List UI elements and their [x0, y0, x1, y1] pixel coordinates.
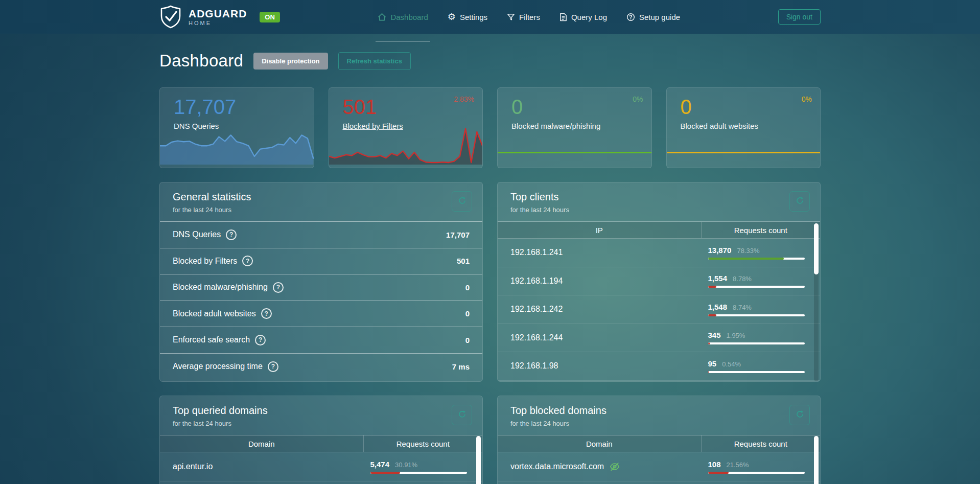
- column-header-requests: Requests count: [701, 222, 820, 238]
- blocked-malware-label: Blocked malware/phishing: [511, 122, 642, 130]
- nav-dashboard[interactable]: Dashboard: [378, 0, 428, 34]
- request-count: 1,554: [708, 274, 728, 283]
- client-row: 192.168.1.242 1,548 8.74%: [498, 295, 820, 324]
- column-header-domain: Domain: [160, 440, 363, 448]
- blocked-adult-percent: 0%: [802, 95, 812, 103]
- help-icon[interactable]: [261, 308, 272, 319]
- request-count: 1,548: [708, 303, 728, 311]
- refresh-icon-button[interactable]: [452, 405, 472, 425]
- request-count: 108: [708, 460, 721, 469]
- stat-value: 7 ms: [452, 362, 470, 371]
- blocked-filters-percent: 2.83%: [454, 95, 474, 103]
- table-header: IP Requests count: [498, 222, 820, 239]
- adguard-home-logo[interactable]: ADGUARD HOME ON: [159, 5, 280, 29]
- top-clients-subtitle: for the last 24 hours: [510, 206, 807, 214]
- nav-settings[interactable]: ⚙ Settings: [448, 0, 487, 34]
- progress-bar: [708, 314, 805, 316]
- general-statistics-subtitle: for the last 24 hours: [173, 206, 470, 214]
- blocked-filters-sparkline: [329, 124, 483, 165]
- stat-label: Enforced safe search: [173, 335, 250, 344]
- nav-filters[interactable]: Filters: [507, 0, 540, 34]
- refresh-icon: [458, 410, 466, 420]
- blocked-adult-flatline: [667, 152, 821, 153]
- top-blocked-subtitle: for the last 24 hours: [510, 420, 807, 427]
- domain-row: api.entur.io 5,474 30.91%: [160, 452, 482, 481]
- refresh-icon-button[interactable]: [789, 191, 810, 212]
- request-percent: 0.54%: [722, 360, 741, 368]
- progress-bar: [370, 472, 467, 474]
- help-icon[interactable]: [255, 335, 266, 345]
- blocked-domain[interactable]: vortex.data.microsoft.com: [510, 462, 604, 471]
- help-icon[interactable]: [273, 282, 284, 293]
- stat-row-safe-search: Enforced safe search 0: [160, 327, 482, 354]
- client-ip[interactable]: 192.168.1.241: [498, 248, 701, 257]
- card-dns-queries: 17,707 DNS Queries: [159, 87, 314, 168]
- nav-query-log[interactable]: Query Log: [559, 0, 607, 34]
- home-icon: [378, 13, 386, 21]
- column-header-requests: Requests count: [363, 435, 482, 452]
- refresh-icon: [796, 196, 804, 206]
- sign-out-button[interactable]: Sign out: [778, 9, 821, 25]
- nav-settings-label: Settings: [460, 13, 487, 21]
- card-blocked-by-filters: 501 Blocked by Filters 2.83%: [329, 87, 483, 168]
- blocked-malware-value: 0: [511, 95, 642, 119]
- domain-row: vortex.data.microsoft.com 108: [498, 452, 820, 481]
- progress-bar: [708, 371, 805, 373]
- nav-setup-guide[interactable]: Setup guide: [626, 0, 680, 34]
- help-icon[interactable]: [226, 229, 237, 240]
- queried-domain[interactable]: api.entur.io: [160, 462, 363, 471]
- stat-row-blocked-filters: Blocked by Filters 501: [160, 248, 482, 275]
- nav-dashboard-label: Dashboard: [390, 13, 428, 21]
- request-percent: 21.56%: [727, 461, 749, 469]
- refresh-icon-button[interactable]: [789, 405, 810, 425]
- column-header-domain: Domain: [498, 440, 701, 448]
- stat-value: 17,707: [446, 231, 470, 239]
- top-clients-title: Top clients: [510, 191, 807, 203]
- column-header-ip: IP: [498, 226, 701, 235]
- stat-value: 0: [465, 336, 470, 344]
- card-blocked-malware: 0 Blocked malware/phishing 0%: [497, 87, 652, 168]
- progress-bar: [708, 342, 805, 344]
- scrollbar-thumb[interactable]: [814, 223, 819, 274]
- nav-setup-guide-label: Setup guide: [639, 13, 680, 21]
- scrollbar-thumb[interactable]: [814, 436, 819, 484]
- nav-links: Dashboard ⚙ Settings Filters: [378, 0, 680, 34]
- top-queried-subtitle: for the last 24 hours: [173, 420, 470, 427]
- refresh-icon: [796, 410, 804, 420]
- eye-off-icon[interactable]: [609, 461, 620, 472]
- general-statistics-panel: General statistics for the last 24 hours…: [159, 182, 483, 382]
- request-percent: 30.91%: [395, 461, 417, 469]
- stat-row-blocked-malware: Blocked malware/phishing 0: [160, 274, 482, 301]
- blocked-malware-percent: 0%: [633, 95, 643, 103]
- stat-value: 0: [465, 283, 470, 292]
- protection-on-badge: ON: [260, 12, 280, 22]
- request-percent: 1.95%: [727, 332, 745, 339]
- top-blocked-title: Top blocked domains: [510, 405, 807, 417]
- client-ip[interactable]: 192.168.1.98: [498, 361, 701, 371]
- document-icon: [559, 13, 567, 21]
- client-ip[interactable]: 192.168.1.242: [498, 305, 701, 314]
- brand-subtitle: HOME: [189, 20, 247, 26]
- disable-protection-button[interactable]: Disable protection: [253, 53, 328, 70]
- stat-value: 501: [457, 257, 470, 265]
- help-circle-icon: [626, 13, 635, 21]
- navbar: ADGUARD HOME ON Dashboard ⚙ Settings: [0, 0, 980, 34]
- refresh-statistics-button[interactable]: Refresh statistics: [338, 52, 411, 70]
- scrollbar-thumb[interactable]: [476, 436, 481, 484]
- client-ip[interactable]: 192.168.1.244: [498, 333, 701, 342]
- nav-filters-label: Filters: [519, 13, 540, 21]
- client-ip[interactable]: 192.168.1.194: [498, 276, 701, 286]
- request-percent: 8.74%: [733, 304, 752, 311]
- help-icon[interactable]: [268, 361, 278, 372]
- dns-queries-value: 17,707: [174, 95, 305, 119]
- scrollbar: [476, 436, 481, 484]
- request-count: 13,870: [708, 246, 732, 255]
- table-header: Domain Requests count: [160, 435, 482, 452]
- refresh-icon-button[interactable]: [452, 191, 472, 212]
- top-queried-title: Top queried domains: [173, 405, 470, 417]
- top-blocked-domains-panel: Top blocked domains for the last 24 hour…: [497, 396, 821, 484]
- stat-label: Average processing time: [173, 362, 263, 371]
- stat-label: Blocked by Filters: [173, 257, 237, 266]
- stat-label: DNS Queries: [173, 230, 221, 239]
- help-icon[interactable]: [242, 256, 253, 266]
